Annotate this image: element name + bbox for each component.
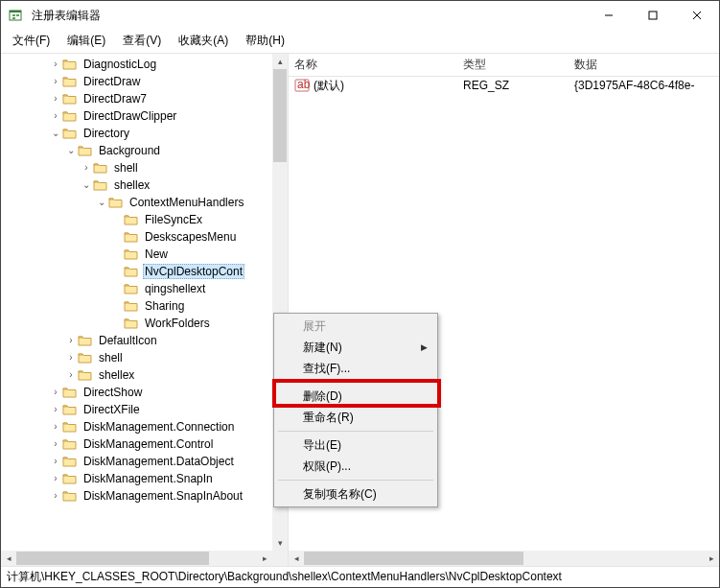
expander-closed-icon[interactable]: › [49, 405, 62, 414]
tree-item[interactable]: ⌄Directory [3, 125, 272, 142]
menu-view[interactable]: 查看(V) [115, 31, 169, 51]
list-body[interactable]: ab (默认) REG_SZ {3D1975AF-48C6-4f8e- [289, 77, 719, 94]
scroll-up-icon[interactable]: ▴ [272, 54, 288, 69]
scroll-thumb[interactable] [16, 552, 209, 565]
tree-item-label: DeskscapesMenu [143, 229, 238, 245]
expander-closed-icon[interactable]: › [49, 111, 62, 121]
ctx-delete[interactable]: 删除(D) [276, 386, 435, 407]
tree-item-label: Sharing [143, 298, 186, 314]
expander-open-icon[interactable]: ⌄ [49, 129, 62, 138]
expander-closed-icon[interactable]: › [64, 353, 78, 363]
menu-favorites[interactable]: 收藏夹(A) [171, 31, 236, 51]
ctx-export[interactable]: 导出(E) [276, 435, 435, 456]
tree-item[interactable]: · FileSyncEx [3, 211, 272, 228]
tree-item[interactable]: ·NvCplDesktopCont [3, 263, 272, 280]
tree-item[interactable]: ›DiskManagement.Control [3, 435, 272, 453]
maximize-button[interactable] [631, 1, 675, 30]
expander-closed-icon[interactable]: › [64, 370, 78, 380]
registry-tree[interactable]: ›DiagnosticLog›DirectDraw›DirectDraw7›Di… [1, 54, 272, 506]
expander-closed-icon[interactable]: › [49, 94, 62, 104]
tree-item[interactable]: ·WorkFolders [3, 315, 272, 332]
tree-item-label: DirectDraw7 [81, 91, 149, 106]
tree-item[interactable]: ›DefaultIcon [3, 332, 272, 349]
ctx-expand: 展开 [276, 316, 435, 337]
svg-rect-1 [10, 11, 21, 12]
folder-icon [62, 437, 78, 451]
scroll-thumb[interactable] [273, 69, 287, 162]
expander-closed-icon[interactable]: › [49, 388, 62, 397]
folder-icon [108, 196, 124, 209]
svg-rect-4 [12, 17, 15, 19]
tree-item[interactable]: ›shellex [3, 366, 272, 384]
expander-closed-icon[interactable]: › [49, 422, 62, 432]
tree-item[interactable]: ›DiagnosticLog [3, 56, 272, 73]
ctx-permissions[interactable]: 权限(P)... [276, 456, 435, 477]
tree-item[interactable]: ⌄ContextMenuHandlers [3, 194, 272, 211]
tree-item[interactable]: ›DiskManagement.Connection [3, 418, 272, 435]
list-row[interactable]: ab (默认) REG_SZ {3D1975AF-48C6-4f8e- [294, 77, 719, 94]
column-data[interactable]: 数据 [574, 57, 719, 73]
menu-file[interactable]: 文件(F) [5, 31, 58, 51]
list-scrollbar-horizontal[interactable]: ◂ ▸ [289, 551, 719, 566]
scroll-down-icon[interactable]: ▾ [272, 535, 288, 551]
tree-scrollbar-horizontal[interactable]: ◂ ▸ [1, 551, 272, 566]
scroll-left-icon[interactable]: ◂ [289, 551, 304, 566]
menu-edit[interactable]: 编辑(E) [59, 31, 113, 51]
scroll-right-icon[interactable]: ▸ [257, 551, 272, 566]
tree-item[interactable]: ›DiskManagement.SnapInAbout [3, 487, 272, 505]
list-header[interactable]: 名称 类型 数据 [289, 54, 719, 77]
tree-item[interactable]: ›DirectXFile [3, 401, 272, 418]
expander-open-icon[interactable]: ⌄ [95, 198, 108, 207]
expander-closed-icon[interactable]: › [49, 439, 62, 449]
expander-open-icon[interactable]: ⌄ [64, 146, 78, 155]
tree-item[interactable]: ›DirectDraw7 [3, 90, 272, 107]
tree-item[interactable]: ·DeskscapesMenu [3, 228, 272, 246]
tree-item[interactable]: ›DirectDraw [3, 73, 272, 90]
expander-open-icon[interactable]: ⌄ [80, 180, 93, 190]
expander-closed-icon[interactable]: › [80, 163, 93, 173]
scroll-left-icon[interactable]: ◂ [1, 551, 16, 566]
tree-item[interactable]: ⌄Background [3, 142, 272, 159]
tree-item[interactable]: ·qingshellext [3, 280, 272, 297]
expander-closed-icon[interactable]: › [49, 474, 62, 483]
close-button[interactable] [675, 1, 719, 30]
expander-closed-icon[interactable]: › [49, 457, 62, 466]
folder-icon [124, 317, 139, 330]
ctx-find[interactable]: 查找(F)... [276, 358, 435, 379]
menu-help[interactable]: 帮助(H) [238, 31, 292, 51]
tree-item[interactable]: ›shell [3, 159, 272, 176]
scroll-thumb[interactable] [304, 552, 523, 565]
tree-item[interactable]: ›DiskManagement.DataObject [3, 453, 272, 470]
scroll-track[interactable] [16, 551, 257, 566]
folder-icon [62, 386, 78, 399]
svg-rect-2 [12, 14, 15, 16]
column-name[interactable]: 名称 [294, 57, 463, 73]
status-path: 计算机\HKEY_CLASSES_ROOT\Directory\Backgrou… [7, 569, 562, 585]
expander-closed-icon[interactable]: › [49, 491, 62, 501]
tree-item[interactable]: ›DirectDrawClipper [3, 107, 272, 125]
column-type[interactable]: 类型 [463, 57, 574, 73]
tree-item[interactable]: ·New [3, 246, 272, 263]
tree-item-label: DiskManagement.DataObject [81, 454, 236, 469]
value-name: (默认) [314, 78, 463, 94]
tree-item[interactable]: ›shell [3, 349, 272, 366]
scroll-track[interactable] [304, 551, 704, 566]
tree-item[interactable]: ›DiskManagement.SnapIn [3, 470, 272, 487]
folder-icon [62, 75, 78, 88]
folder-icon [78, 144, 93, 157]
folder-icon [62, 489, 78, 503]
tree-item[interactable]: ›DirectShow [3, 384, 272, 401]
separator [278, 431, 433, 432]
tree-item[interactable]: ·Sharing [3, 297, 272, 315]
folder-icon [78, 368, 93, 382]
titlebar[interactable]: 注册表编辑器 [1, 1, 719, 30]
ctx-new[interactable]: 新建(N)▶ [276, 337, 435, 358]
minimize-button[interactable] [587, 1, 631, 30]
expander-closed-icon[interactable]: › [49, 59, 62, 69]
expander-closed-icon[interactable]: › [64, 336, 78, 345]
scroll-right-icon[interactable]: ▸ [704, 551, 719, 566]
expander-closed-icon[interactable]: › [49, 77, 62, 86]
ctx-rename[interactable]: 重命名(R) [276, 407, 435, 428]
ctx-copy-key-name[interactable]: 复制项名称(C) [276, 483, 435, 505]
tree-item[interactable]: ⌄shellex [3, 176, 272, 194]
